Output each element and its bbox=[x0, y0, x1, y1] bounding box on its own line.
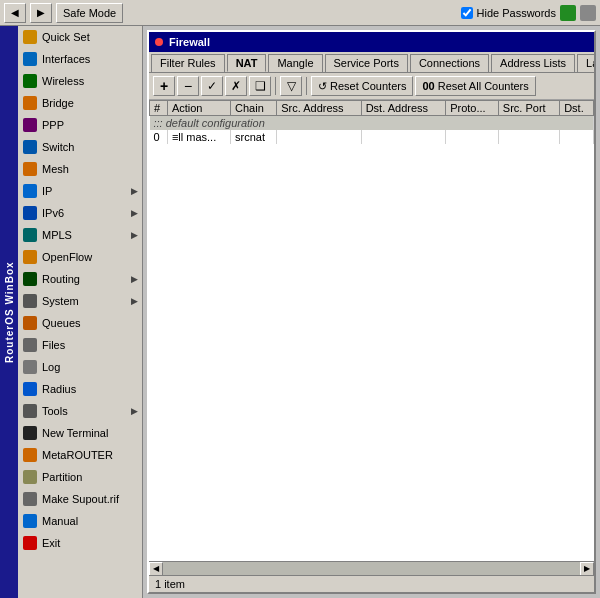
switch-label: Switch bbox=[42, 141, 138, 153]
cell-dst--address bbox=[361, 130, 446, 144]
exit-label: Exit bbox=[42, 537, 138, 549]
reset-all-label: Reset All Counters bbox=[438, 80, 529, 92]
system-icon bbox=[22, 293, 38, 309]
files-icon bbox=[22, 337, 38, 353]
reset-counters-button[interactable]: ↺ Reset Counters bbox=[311, 76, 413, 96]
sidebar-item-queues[interactable]: Queues bbox=[18, 312, 142, 334]
mpls-label: MPLS bbox=[42, 229, 127, 241]
scroll-track[interactable] bbox=[163, 562, 580, 576]
sidebar-item-interfaces[interactable]: Interfaces bbox=[18, 48, 142, 70]
sidebar-item-ipv6[interactable]: IPv6▶ bbox=[18, 202, 142, 224]
nat-table: #ActionChainSrc. AddressDst. AddressProt… bbox=[149, 100, 594, 144]
tab-layer7-proto[interactable]: Layer7 Pro... bbox=[577, 54, 594, 72]
scroll-left-button[interactable]: ◀ bbox=[149, 562, 163, 576]
sidebar-item-mpls[interactable]: MPLS▶ bbox=[18, 224, 142, 246]
sidebar-item-wireless[interactable]: Wireless bbox=[18, 70, 142, 92]
mpls-arrow: ▶ bbox=[131, 230, 138, 240]
sidebar-item-ip[interactable]: IP▶ bbox=[18, 180, 142, 202]
tab-filter-rules[interactable]: Filter Rules bbox=[151, 54, 225, 72]
group-header-row: ::: default configuration bbox=[150, 116, 594, 131]
new-terminal-label: New Terminal bbox=[42, 427, 138, 439]
hide-passwords-checkbox[interactable] bbox=[461, 7, 473, 19]
back-button[interactable]: ◀ bbox=[4, 3, 26, 23]
sidebar-item-manual[interactable]: Manual bbox=[18, 510, 142, 532]
sidebar-item-system[interactable]: System▶ bbox=[18, 290, 142, 312]
group-header-cell: ::: default configuration bbox=[150, 116, 594, 131]
sidebar-item-bridge[interactable]: Bridge bbox=[18, 92, 142, 114]
reset-counters-label: Reset Counters bbox=[330, 80, 406, 92]
radius-label: Radius bbox=[42, 383, 138, 395]
partition-label: Partition bbox=[42, 471, 138, 483]
tabs-bar: Filter RulesNATMangleService PortsConnec… bbox=[149, 52, 594, 73]
cell-proto--- bbox=[446, 130, 499, 144]
sidebar-item-openflow[interactable]: OpenFlow bbox=[18, 246, 142, 268]
sidebar-item-radius[interactable]: Radius bbox=[18, 378, 142, 400]
enable-button[interactable]: ✓ bbox=[201, 76, 223, 96]
ip-label: IP bbox=[42, 185, 127, 197]
tab-connections[interactable]: Connections bbox=[410, 54, 489, 72]
log-label: Log bbox=[42, 361, 138, 373]
sidebar-item-quick-set[interactable]: Quick Set bbox=[18, 26, 142, 48]
wireless-icon bbox=[22, 73, 38, 89]
sidebar-item-metarouter[interactable]: MetaROUTER bbox=[18, 444, 142, 466]
make-supout-icon bbox=[22, 491, 38, 507]
firewall-window: Firewall Filter RulesNATMangleService Po… bbox=[147, 30, 596, 594]
separator-2 bbox=[306, 77, 307, 95]
copy-button[interactable]: ❑ bbox=[249, 76, 271, 96]
sidebar-item-mesh[interactable]: Mesh bbox=[18, 158, 142, 180]
system-label: System bbox=[42, 295, 127, 307]
tab-mangle[interactable]: Mangle bbox=[268, 54, 322, 72]
wireless-label: Wireless bbox=[42, 75, 138, 87]
sidebar-item-new-terminal[interactable]: New Terminal bbox=[18, 422, 142, 444]
main-container: RouterOS WinBox Quick SetInterfacesWirel… bbox=[0, 26, 600, 598]
log-icon bbox=[22, 359, 38, 375]
copy-icon: ❑ bbox=[255, 79, 266, 93]
sidebar-item-files[interactable]: Files bbox=[18, 334, 142, 356]
tab-service-ports[interactable]: Service Ports bbox=[325, 54, 408, 72]
separator-1 bbox=[275, 77, 276, 95]
col-dst-: Dst. bbox=[560, 101, 594, 116]
col-chain: Chain bbox=[231, 101, 277, 116]
sidebar-item-make-supout[interactable]: Make Supout.rif bbox=[18, 488, 142, 510]
openflow-icon bbox=[22, 249, 38, 265]
reset-all-counters-button[interactable]: 00 Reset All Counters bbox=[415, 76, 535, 96]
sidebar-item-partition[interactable]: Partition bbox=[18, 466, 142, 488]
firewall-titlebar: Firewall bbox=[149, 32, 594, 52]
content-area: Firewall Filter RulesNATMangleService Po… bbox=[143, 26, 600, 598]
partition-icon bbox=[22, 469, 38, 485]
manual-label: Manual bbox=[42, 515, 138, 527]
sidebar-item-tools[interactable]: Tools▶ bbox=[18, 400, 142, 422]
sidebar-item-log[interactable]: Log bbox=[18, 356, 142, 378]
add-button[interactable]: + bbox=[153, 76, 175, 96]
scroll-right-button[interactable]: ▶ bbox=[580, 562, 594, 576]
bridge-label: Bridge bbox=[42, 97, 138, 109]
sidebar-item-ppp[interactable]: PPP bbox=[18, 114, 142, 136]
tab-nat[interactable]: NAT bbox=[227, 54, 267, 72]
remove-button[interactable]: − bbox=[177, 76, 199, 96]
tab-address-lists[interactable]: Address Lists bbox=[491, 54, 575, 72]
settings-icon bbox=[580, 5, 596, 21]
sidebar-item-exit[interactable]: Exit bbox=[18, 532, 142, 554]
lock-icon bbox=[560, 5, 576, 21]
cell-action: ≡ll mas... bbox=[167, 130, 230, 144]
radius-icon bbox=[22, 381, 38, 397]
remove-icon: − bbox=[184, 78, 192, 94]
routing-arrow: ▶ bbox=[131, 274, 138, 284]
routing-label: Routing bbox=[42, 273, 127, 285]
col-proto---: Proto... bbox=[446, 101, 499, 116]
sidebar-item-switch[interactable]: Switch bbox=[18, 136, 142, 158]
h-scroll[interactable]: ◀ ▶ bbox=[149, 561, 594, 575]
add-icon: + bbox=[160, 78, 168, 94]
filter-button[interactable]: ▽ bbox=[280, 76, 302, 96]
disable-button[interactable]: ✗ bbox=[225, 76, 247, 96]
safe-mode-button[interactable]: Safe Mode bbox=[56, 3, 123, 23]
sidebar-content: Quick SetInterfacesWirelessBridgePPPSwit… bbox=[18, 26, 142, 554]
ipv6-arrow: ▶ bbox=[131, 208, 138, 218]
system-arrow: ▶ bbox=[131, 296, 138, 306]
forward-button[interactable]: ▶ bbox=[30, 3, 52, 23]
uncheck-icon: ✗ bbox=[231, 79, 241, 93]
table-row[interactable]: 0≡ll mas...srcnat bbox=[150, 130, 594, 144]
sidebar-item-routing[interactable]: Routing▶ bbox=[18, 268, 142, 290]
col--: # bbox=[150, 101, 168, 116]
top-bar: ◀ ▶ Safe Mode Hide Passwords bbox=[0, 0, 600, 26]
